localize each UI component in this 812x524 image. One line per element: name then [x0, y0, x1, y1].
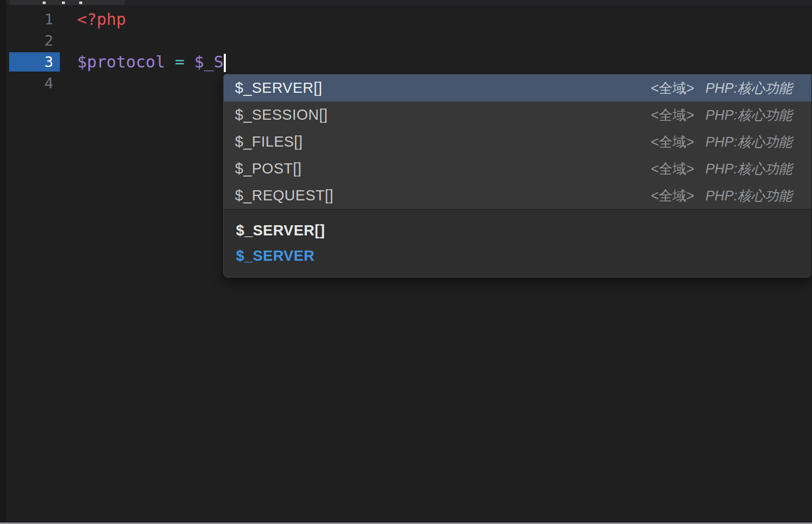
code-text: $protocol=$_S — [77, 52, 226, 72]
suggestion-item-files[interactable]: $_FILES[] <全域> PHP:核心功能 — [224, 128, 811, 155]
suggestion-meta: <全域> PHP:核心功能 — [651, 160, 792, 178]
activity-bar-edge — [0, 0, 6, 524]
suggestion-doc-panel: $_SERVER[] $_SERVER — [224, 209, 811, 277]
suggestion-origin: PHP:核心功能 — [705, 106, 792, 124]
tab-title-fragment — [43, 2, 46, 4]
text-cursor — [224, 54, 226, 72]
suggestion-scope: <全域> — [651, 106, 694, 124]
typed-prefix-token: $_S — [194, 52, 224, 72]
suggestion-label: $_REQUEST[] — [235, 187, 333, 204]
suggestion-item-request[interactable]: $_REQUEST[] <全域> PHP:核心功能 — [224, 182, 811, 209]
code-line-1: 1 <?php — [6, 9, 812, 30]
tab-title-fragment — [79, 2, 82, 4]
suggestion-label: $_SESSION[] — [235, 107, 328, 123]
suggestion-scope: <全域> — [651, 133, 694, 151]
doc-signature: $_SERVER[] — [236, 221, 799, 239]
suggestion-meta: <全域> PHP:核心功能 — [651, 106, 792, 124]
suggestion-origin: PHP:核心功能 — [705, 160, 792, 178]
line-number: 1 — [6, 11, 53, 28]
suggestion-scope: <全域> — [651, 187, 694, 205]
code-line-3: 3 $protocol=$_S — [6, 51, 812, 73]
line-number: 2 — [6, 32, 53, 49]
doc-server-link[interactable]: $_SERVER — [236, 247, 799, 265]
suggestion-meta: <全域> PHP:核心功能 — [651, 187, 792, 205]
autocomplete-widget: $_SERVER[] <全域> PHP:核心功能 $_SESSION[] <全域… — [223, 74, 811, 277]
suggestion-scope: <全域> — [651, 160, 694, 178]
variable-token: $protocol — [77, 52, 165, 72]
code-line-2: 2 — [6, 30, 812, 51]
line-number: 3 — [6, 53, 53, 71]
code-text: <?php — [77, 10, 126, 29]
assignment-operator-token: = — [175, 52, 184, 72]
tab-bar — [6, 0, 812, 5]
suggestion-meta: <全域> PHP:核心功能 — [651, 79, 792, 97]
suggestion-list: $_SERVER[] <全域> PHP:核心功能 $_SESSION[] <全域… — [224, 75, 811, 209]
suggestion-origin: PHP:核心功能 — [705, 133, 792, 151]
suggestion-scope: <全域> — [651, 79, 694, 97]
active-editor-tab[interactable] — [10, 0, 125, 5]
suggestion-label: $_SERVER[] — [235, 80, 322, 96]
line-number: 4 — [6, 75, 53, 92]
suggestion-item-server[interactable]: $_SERVER[] <全域> PHP:核心功能 — [224, 75, 811, 101]
tab-title-fragment — [62, 2, 65, 4]
code-editor-window: 1 <?php 2 3 $protocol=$_S 4 $_SERVER[] <… — [0, 0, 812, 524]
suggestion-meta: <全域> PHP:核心功能 — [651, 133, 792, 151]
suggestion-item-post[interactable]: $_POST[] <全域> PHP:核心功能 — [224, 155, 811, 182]
php-open-tag: <?php — [77, 10, 126, 29]
suggestion-origin: PHP:核心功能 — [705, 79, 792, 97]
suggestion-label: $_POST[] — [235, 160, 301, 177]
suggestion-label: $_FILES[] — [235, 133, 302, 150]
suggestion-item-session[interactable]: $_SESSION[] <全域> PHP:核心功能 — [224, 101, 811, 128]
suggestion-origin: PHP:核心功能 — [705, 187, 792, 205]
